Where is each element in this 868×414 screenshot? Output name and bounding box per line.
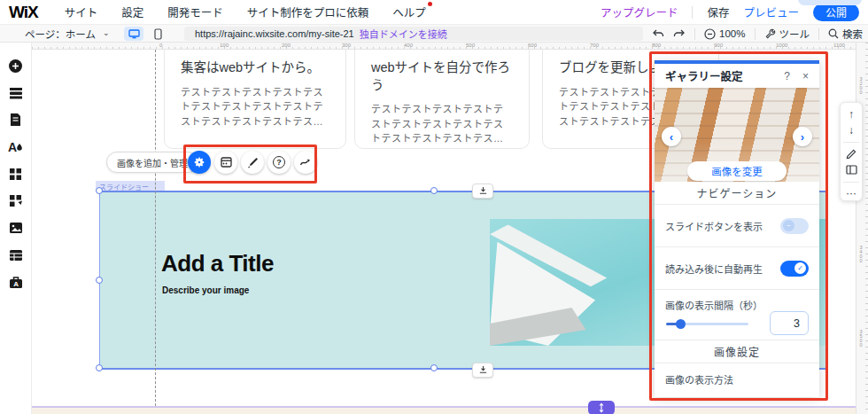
- pages-menu-button[interactable]: [8, 112, 24, 128]
- blog-card-body: テストテストテストテストテストテストテストテストテストテストテストテストテストテ…: [371, 102, 513, 146]
- divider: [755, 28, 756, 40]
- chevron-down-icon[interactable]: ⌄: [103, 28, 110, 37]
- gallery-title[interactable]: Add a Title: [161, 250, 274, 277]
- ruler-label: 3500: [858, 329, 864, 347]
- edit-button[interactable]: [844, 147, 858, 160]
- divider: [843, 142, 859, 143]
- tools-label: ツール: [779, 27, 810, 41]
- layout-frame-button[interactable]: [844, 163, 858, 176]
- zoom-level: 100%: [719, 28, 745, 39]
- stretch-button-bottom[interactable]: [472, 363, 493, 378]
- site-url-bar[interactable]: https://rajainc.wixsite.com/my-site-21 独…: [184, 27, 643, 41]
- save-button[interactable]: 保存: [707, 4, 729, 20]
- page-icon: [9, 113, 22, 127]
- publish-button[interactable]: 公開: [813, 4, 859, 21]
- desktop-icon: [128, 29, 140, 39]
- blog-card-title: 集客はwebサイトから。: [181, 59, 329, 77]
- search-button[interactable]: 検索: [828, 27, 863, 41]
- table-grid-icon: [9, 249, 23, 262]
- add-apps-button[interactable]: [8, 166, 24, 182]
- briefcase-icon: A: [9, 276, 23, 289]
- ruler-label: 500: [466, 43, 475, 48]
- add-section-button[interactable]: [8, 85, 24, 101]
- layout-frame-icon: [846, 165, 857, 175]
- content-manager-button[interactable]: [8, 247, 24, 263]
- move-down-button[interactable]: ↓: [844, 123, 858, 137]
- media-button[interactable]: [8, 220, 24, 236]
- ruler-label: 100: [220, 43, 229, 48]
- svg-text:A: A: [8, 140, 17, 153]
- highlight-box-panel: [649, 51, 828, 401]
- ruler-label: 0: [159, 43, 162, 48]
- mobile-view-button[interactable]: [148, 27, 167, 41]
- connect-domain-link[interactable]: 独自ドメインを接続: [360, 27, 447, 41]
- resize-handle[interactable]: [96, 277, 103, 284]
- ruler-label: 800: [652, 43, 661, 48]
- ruler-label: 400: [404, 43, 413, 48]
- top-menu-bar: WiX サイト 設定 開発モード サイト制作をプロに依頼 ヘルプ アップグレード…: [0, 0, 868, 25]
- menu-settings[interactable]: 設定: [121, 4, 143, 20]
- blog-card[interactable]: webサイトを自分で作ろう テストテストテストテストテストテストテストテストテス…: [354, 50, 530, 149]
- undo-icon: [652, 28, 664, 39]
- wrench-icon: [764, 28, 776, 40]
- ruler-label: 200: [282, 43, 291, 48]
- tools-button[interactable]: ツール: [764, 27, 810, 41]
- stretch-icon: [478, 186, 488, 196]
- redo-icon: [673, 28, 686, 39]
- business-tools-button[interactable]: A: [8, 274, 24, 290]
- footer-section: [32, 408, 856, 414]
- mobile-icon: [154, 28, 162, 40]
- quick-actions-button[interactable]: [8, 193, 24, 209]
- menu-dev-mode[interactable]: 開発モード: [167, 4, 223, 20]
- menu-hire-pro[interactable]: サイト制作をプロに依頼: [247, 4, 369, 20]
- menu-help[interactable]: ヘルプ: [392, 4, 426, 20]
- blog-card[interactable]: 集客はwebサイトから。 テストテストテストテストテストテストテストテストテスト…: [164, 50, 346, 149]
- guide-line: [155, 50, 156, 406]
- menu-site[interactable]: サイト: [65, 4, 98, 20]
- divider: [692, 6, 693, 19]
- redo-button[interactable]: [673, 28, 686, 39]
- section-resize-button[interactable]: [588, 401, 615, 414]
- resize-handle[interactable]: [96, 364, 103, 371]
- topbar-actions: アップグレード 保存 プレビュー 公開: [601, 4, 859, 21]
- wix-editor-screen: WiX サイト 設定 開発モード サイト制作をプロに依頼 ヘルプ アップグレード…: [0, 0, 868, 414]
- ruler-label: 700: [590, 43, 599, 48]
- desktop-view-button[interactable]: [124, 27, 143, 41]
- notification-dot: [428, 2, 432, 6]
- ruler-label: 300: [342, 43, 351, 48]
- left-sidebar: A: [0, 43, 32, 414]
- toolbar-controls: 100% ツール 検索: [652, 25, 863, 43]
- vertical-ruler[interactable]: 3200 3300 3400 3500: [856, 43, 868, 414]
- stretch-icon: [478, 365, 488, 375]
- resize-handle[interactable]: [430, 364, 438, 371]
- more-options-button[interactable]: ···: [844, 187, 858, 200]
- site-url: https://rajainc.wixsite.com/my-site-21: [195, 28, 354, 39]
- site-design-button[interactable]: A: [8, 139, 24, 155]
- search-icon: [828, 28, 839, 39]
- ruler-label: 600: [528, 43, 537, 48]
- resize-handle[interactable]: [96, 187, 103, 194]
- floating-right-toolbar: ↑ ↓ ···: [840, 102, 863, 201]
- zoom-out-icon: [704, 28, 716, 40]
- undo-button[interactable]: [652, 28, 664, 39]
- add-element-button[interactable]: [8, 58, 24, 74]
- divider: [843, 182, 859, 183]
- divider: [694, 28, 695, 40]
- move-up-button[interactable]: ↑: [844, 107, 858, 121]
- ruler-label: 900: [714, 43, 723, 48]
- zoom-control[interactable]: 100%: [704, 28, 745, 40]
- apps-grid-icon: [9, 168, 22, 181]
- horizontal-ruler[interactable]: 0 100 200 300 400 500 600 700 800 900 10…: [32, 43, 856, 50]
- page-selector[interactable]: ページ：ホーム: [25, 25, 96, 43]
- search-label: 検索: [842, 27, 863, 41]
- design-icon: A: [8, 140, 23, 153]
- ruler-label: 1000: [776, 43, 787, 48]
- blog-card-body: テストテストテストテストテストテストテストテストテストテストテストテストテストテ…: [181, 85, 329, 129]
- divider: [818, 28, 819, 40]
- upgrade-link[interactable]: アップグレード: [601, 4, 678, 20]
- stretch-button-top[interactable]: [472, 184, 493, 199]
- pencil-icon: [846, 149, 856, 160]
- gallery-subtitle[interactable]: Describe your image: [162, 285, 249, 295]
- preview-button[interactable]: プレビュー: [743, 4, 799, 20]
- resize-handle[interactable]: [430, 187, 438, 194]
